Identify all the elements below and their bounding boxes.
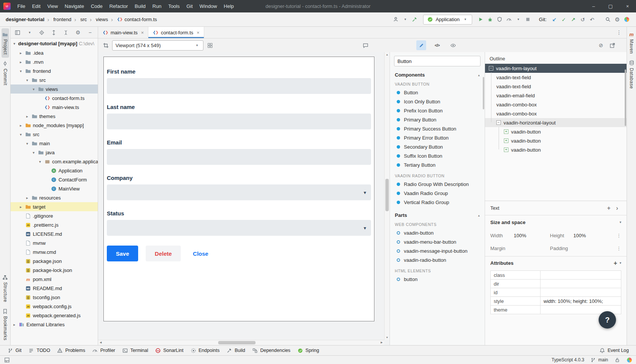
more-options-icon[interactable]: ⋮ [606, 246, 621, 251]
attribute-row[interactable]: stylewidth: 100%; height: 100%; [491, 297, 621, 306]
breadcrumb-item[interactable]: src [72, 17, 88, 23]
outline-node[interactable]: vaadin-text-field [485, 73, 627, 82]
size-section-header[interactable]: Size and space ▾ [485, 215, 627, 229]
ide-update-icon[interactable] [626, 357, 632, 363]
scrollbar-thumb[interactable] [218, 341, 256, 344]
tree-item[interactable]: JS.prettierrc.js [11, 220, 98, 229]
outline-node[interactable]: vaadin-text-field [485, 82, 627, 91]
form-button[interactable]: Close [188, 246, 213, 261]
lock-icon[interactable] [614, 357, 620, 363]
collapse-section-icon[interactable]: ▴ [478, 73, 480, 77]
palette-item[interactable]: vaadin-message-input-button [394, 246, 480, 255]
settings-icon[interactable]: ⚙ [613, 15, 622, 24]
close-window-icon[interactable]: × [619, 0, 636, 12]
form-button[interactable]: Delete [146, 246, 181, 261]
chevron-down-icon[interactable]: ▾ [619, 221, 621, 224]
layout-icon[interactable] [4, 357, 10, 363]
design-canvas[interactable]: First nameLast nameEmailCompany▾Status▾ … [103, 57, 374, 321]
tree-item[interactable]: {}package-lock.json [11, 266, 98, 275]
tool-window-button[interactable]: Spring [294, 346, 322, 355]
maximize-window-icon[interactable]: ▢ [602, 0, 619, 12]
tool-window-button[interactable]: Git [4, 346, 25, 355]
event-log-button[interactable]: Event Log [596, 346, 632, 355]
menu-item[interactable]: Code [88, 0, 106, 12]
comment-icon[interactable] [362, 42, 368, 48]
scroll-up-icon[interactable]: ▲ [385, 53, 390, 56]
palette-item[interactable]: Button [394, 88, 480, 97]
height-value[interactable]: 100% [573, 233, 606, 238]
palette-item[interactable]: Suffix Icon Button [394, 151, 480, 160]
viewport-select[interactable]: Viewport (574 x 549) ▾ [112, 40, 203, 51]
menu-item[interactable]: Navigate [61, 0, 87, 12]
tree-chevron-icon[interactable]: ▾ [38, 160, 42, 164]
tree-chevron-icon[interactable]: ▸ [25, 196, 29, 200]
menu-item[interactable]: Git [183, 0, 196, 12]
chevron-down-icon[interactable]: ▾ [619, 261, 621, 265]
attribute-row[interactable]: class [491, 271, 621, 280]
attribute-value[interactable] [541, 271, 621, 279]
add-attribute-icon[interactable]: + [611, 260, 619, 267]
tool-window-button[interactable]: SonarLint [152, 346, 187, 355]
menu-item[interactable]: Help [220, 0, 237, 12]
viewport-frame-icon[interactable] [103, 42, 109, 48]
device-grid-icon[interactable] [207, 42, 213, 48]
stripe-tool-button[interactable]: Project [2, 28, 9, 58]
palette-item[interactable]: Primary Error Button [394, 133, 480, 142]
expand-box-icon[interactable]: − [489, 66, 493, 71]
update-ball-icon[interactable] [622, 15, 631, 24]
close-tab-icon[interactable]: × [197, 30, 200, 35]
tree-item[interactable]: main-view.ts [11, 103, 98, 112]
stripe-tool-button[interactable]: Database [628, 57, 635, 92]
panel-icon[interactable] [13, 28, 22, 37]
preview-mode-button[interactable] [448, 40, 458, 50]
code-mode-button[interactable]: </> [432, 40, 442, 50]
outline-node[interactable]: +vaadin-button [485, 145, 627, 154]
user-icon[interactable] [391, 15, 400, 24]
profiler-icon[interactable] [504, 15, 514, 24]
outline-node[interactable]: vaadin-email-field [485, 91, 627, 100]
scroll-right-icon[interactable]: ▶ [381, 341, 383, 344]
git-commit-icon[interactable]: ✓ [559, 15, 568, 24]
tree-item[interactable]: ▸node_modules [myapp] [11, 121, 98, 130]
tool-window-button[interactable]: TODO [25, 346, 54, 355]
stripe-tool-button[interactable]: mMaven [628, 28, 635, 57]
palette-item[interactable]: vaadin-button [394, 228, 480, 237]
collapse-section-icon[interactable]: ▴ [478, 213, 480, 217]
tree-item[interactable]: ▸themes [11, 112, 98, 121]
stripe-tool-button[interactable]: Commit [2, 58, 9, 88]
menu-item[interactable]: View [44, 0, 61, 12]
chevron-right-icon[interactable]: › [613, 205, 621, 212]
tree-chevron-icon[interactable]: ▸ [18, 123, 23, 127]
tab-options-icon[interactable]: ⋮ [611, 27, 627, 38]
palette-item[interactable]: Primary Success Button [394, 124, 480, 133]
palette-item[interactable]: Tertiary Button [394, 160, 480, 169]
rollback-icon[interactable]: ↶ [587, 15, 597, 24]
palette-scrollbar[interactable] [483, 77, 484, 109]
tree-item[interactable]: ▾com.example.applica [11, 157, 98, 166]
tree-item[interactable]: CContactForm [11, 175, 98, 184]
tree-chevron-icon[interactable]: ▾ [25, 78, 29, 82]
scroll-left-icon[interactable]: ◀ [100, 341, 102, 344]
add-icon[interactable]: + [605, 205, 613, 212]
minimize-icon[interactable]: − [85, 28, 95, 37]
breadcrumb-item[interactable]: designer-tutorial [5, 17, 46, 22]
git-update-icon[interactable]: ↙ [550, 15, 559, 24]
tree-item[interactable]: MDLICENSE.md [11, 229, 98, 238]
tree-item[interactable]: ▾src [11, 130, 98, 139]
tree-item[interactable]: JSwebpack.config.js [11, 302, 98, 311]
more-options-icon[interactable]: ⋮ [606, 233, 621, 238]
form-button[interactable]: Save [107, 246, 138, 261]
run-config-select[interactable]: Application ▾ [423, 15, 472, 25]
palette-item[interactable]: Prefix Icon Button [394, 106, 480, 115]
tree-item[interactable]: ▸.idea [11, 48, 98, 57]
tool-window-button[interactable]: Profiler [89, 346, 119, 355]
stripe-tool-button[interactable]: Bookmarks [2, 305, 9, 344]
palette-section-parts[interactable]: Parts ▴ [395, 212, 480, 218]
menu-item[interactable]: Tools [165, 0, 183, 12]
collapse-all-icon[interactable] [61, 28, 71, 37]
tree-item[interactable]: contact-form.ts [11, 94, 98, 103]
tree-item[interactable]: JSwebpack.generated.js [11, 311, 98, 320]
attribute-value[interactable]: width: 100%; height: 100%; [541, 297, 621, 305]
expand-box-icon[interactable]: + [504, 129, 508, 134]
search-icon[interactable] [603, 15, 613, 24]
